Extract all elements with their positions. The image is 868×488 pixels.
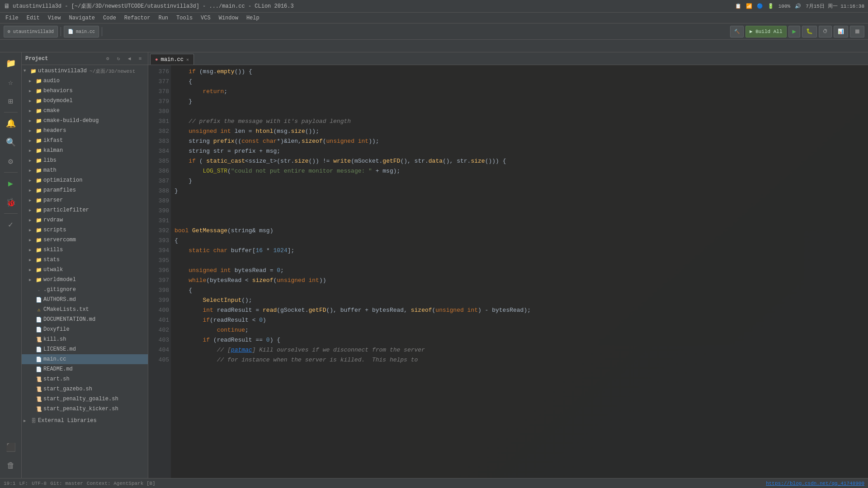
tree-start-kicker[interactable]: 📜 start_penalty_kicker.sh bbox=[22, 404, 148, 414]
menu-item-code[interactable]: Code bbox=[99, 14, 120, 22]
build-all-button[interactable]: ▶ Build All bbox=[745, 26, 787, 38]
headers-arrow: ▶ bbox=[29, 128, 34, 133]
menu-item-tools[interactable]: Tools bbox=[173, 14, 196, 22]
tree-cmake-build[interactable]: ▶ 📁 cmake-build-debug bbox=[22, 116, 148, 126]
tree-doxyfile[interactable]: 📄 Doxyfile bbox=[22, 324, 148, 334]
code-container[interactable]: 376 377 378 379 380 381 382 383 384 385 … bbox=[148, 65, 868, 478]
ikfast-label: ikfast bbox=[43, 137, 63, 144]
tree-servercomm[interactable]: ▶ 📁 servercomm bbox=[22, 235, 148, 245]
panel-sync-icon[interactable]: ↻ bbox=[114, 55, 123, 63]
status-link[interactable]: https://blog.csdn.net/qq_41748900 bbox=[766, 481, 864, 486]
menu-item-window[interactable]: Window bbox=[215, 14, 242, 22]
tree-worldmodel[interactable]: ▶ 📁 worldmodel bbox=[22, 275, 148, 285]
tree-external-libs[interactable]: ▶ 🗄 External Libraries bbox=[22, 416, 148, 426]
sidebar-terminal-icon[interactable]: ⬛ bbox=[2, 438, 20, 456]
code-content[interactable]: if (msg.empty()) { { return; } bbox=[171, 65, 868, 478]
tree-authors[interactable]: 📄 AUTHORS.md bbox=[22, 295, 148, 305]
tree-skills[interactable]: ▶ 📁 skills bbox=[22, 245, 148, 255]
tree-libs[interactable]: ▶ 📁 libs bbox=[22, 155, 148, 165]
tree-scripts[interactable]: ▶ 📁 scripts bbox=[22, 225, 148, 235]
tree-parser[interactable]: ▶ 📁 parser bbox=[22, 195, 148, 205]
menu-item-help[interactable]: Help bbox=[243, 14, 263, 22]
tree-utwalk[interactable]: ▶ 📁 utwalk bbox=[22, 265, 148, 275]
tab-main-cc[interactable]: ● main.cc ✕ bbox=[150, 54, 194, 65]
menu-item-edit[interactable]: Edit bbox=[23, 14, 43, 22]
tab-close-icon[interactable]: ✕ bbox=[186, 57, 189, 62]
start-icon: 📜 bbox=[35, 376, 42, 382]
sidebar-structure-icon[interactable]: ⊞ bbox=[2, 92, 20, 110]
tree-paramfiles[interactable]: ▶ 📁 paramfiles bbox=[22, 185, 148, 195]
tree-bodymodel[interactable]: ▶ 📁 bodymodel bbox=[22, 96, 148, 106]
tree-cmake[interactable]: ▶ 📁 cmake bbox=[22, 106, 148, 116]
cmake-build-folder-icon: 📁 bbox=[35, 118, 42, 124]
libs-arrow: ▶ bbox=[29, 158, 34, 163]
menu-item-vcs[interactable]: VCS bbox=[197, 14, 214, 22]
sidebar-cmake-icon[interactable]: ⚙ bbox=[2, 152, 20, 170]
menu-item-navigate[interactable]: Navigate bbox=[65, 14, 99, 22]
menu-item-view[interactable]: View bbox=[44, 14, 65, 22]
tree-stats[interactable]: ▶ 📁 stats bbox=[22, 255, 148, 265]
code-line-394: static char buffer[16 * 1024]; bbox=[175, 246, 864, 256]
start-goalie-label: start_penalty_goalie.sh bbox=[43, 396, 118, 402]
toolbar-file-btn[interactable]: 📄 main.cc bbox=[64, 26, 99, 38]
kalman-label: kalman bbox=[43, 147, 63, 154]
math-arrow: ▶ bbox=[29, 168, 34, 173]
code-line-387: } bbox=[175, 176, 864, 186]
tree-ikfast[interactable]: ▶ 📁 ikfast bbox=[22, 136, 148, 145]
ext-libs-label: External Libraries bbox=[38, 418, 97, 424]
run-button[interactable]: ▶ bbox=[788, 26, 800, 38]
tree-readme[interactable]: 📄 README.md bbox=[22, 364, 148, 374]
profile-button[interactable]: ⏱ bbox=[819, 26, 832, 38]
code-line-385: if ( static_cast<ssize_t>(str.size()) !=… bbox=[175, 156, 864, 166]
title-left: 🖥 utaustinvilla3d - [~/桌面/3D/newestUTCOD… bbox=[4, 2, 294, 10]
menu-item-refactor[interactable]: Refactor bbox=[121, 14, 154, 22]
sidebar-todo-icon[interactable]: ✓ bbox=[2, 216, 20, 234]
tree-behaviors[interactable]: ▶ 📁 behaviors bbox=[22, 86, 148, 96]
utwalk-folder-icon: 📁 bbox=[35, 267, 42, 273]
tree-kill[interactable]: 📜 kill.sh bbox=[22, 334, 148, 344]
start-kicker-icon: 📜 bbox=[35, 406, 42, 412]
tree-math[interactable]: ▶ 📁 math bbox=[22, 165, 148, 175]
tree-particlefilter[interactable]: ▶ 📁 particlefilter bbox=[22, 205, 148, 215]
code-line-388: } bbox=[175, 186, 864, 196]
tree-gitignore[interactable]: . .gitignore bbox=[22, 285, 148, 295]
tree-main-cc[interactable]: 📄 main.cc bbox=[22, 354, 148, 364]
panel-collapse-icon[interactable]: ◀ bbox=[125, 55, 133, 63]
sidebar-debug-icon[interactable]: 🐞 bbox=[2, 193, 20, 211]
libs-label: libs bbox=[43, 157, 57, 164]
tree-optimization[interactable]: ▶ 📁 optimization bbox=[22, 175, 148, 185]
tree-root[interactable]: ▼ 📁 utaustinvilla3d ~/桌面/3D/newest bbox=[22, 66, 148, 76]
tree-docs[interactable]: 📄 DOCUMENTATION.md bbox=[22, 314, 148, 324]
tree-license[interactable]: 📄 LICENSE.md bbox=[22, 344, 148, 354]
sidebar-favorites-icon[interactable]: ☆ bbox=[2, 73, 20, 91]
code-line-397: while(bytesRead < sizeof(unsigned int)) bbox=[175, 276, 864, 286]
rvdraw-label: rvdraw bbox=[43, 217, 63, 223]
sidebar-run-icon[interactable]: ▶ bbox=[2, 174, 20, 192]
audio-folder-icon: 📁 bbox=[35, 78, 42, 84]
tree-kalman[interactable]: ▶ 📁 kalman bbox=[22, 145, 148, 155]
menu-item-file[interactable]: File bbox=[2, 14, 22, 22]
sidebar-notifications-icon[interactable]: 🔔 bbox=[2, 114, 20, 132]
sidebar-search-icon[interactable]: 🔍 bbox=[2, 133, 20, 151]
panel-settings-icon[interactable]: ≡ bbox=[136, 55, 144, 63]
tree-cmakelists[interactable]: ⚠ CMakeLists.txt bbox=[22, 305, 148, 314]
toolbar-project-btn[interactable]: ⚙ utaustinvilla3d bbox=[4, 26, 58, 38]
skills-arrow: ▶ bbox=[29, 248, 34, 253]
sidebar-project-icon[interactable]: 📁 bbox=[2, 54, 20, 72]
debug-button[interactable]: 🐛 bbox=[802, 26, 817, 38]
tree-audio[interactable]: ▶ 📁 audio bbox=[22, 76, 148, 86]
tree-headers[interactable]: ▶ 📁 headers bbox=[22, 126, 148, 136]
tree-rvdraw[interactable]: ▶ 📁 rvdraw bbox=[22, 215, 148, 225]
project-tree: ▼ 📁 utaustinvilla3d ~/桌面/3D/newest ▶ 📁 a… bbox=[22, 65, 148, 478]
paramfiles-label: paramfiles bbox=[43, 187, 76, 193]
tree-start-goalie[interactable]: 📜 start_penalty_goalie.sh bbox=[22, 394, 148, 404]
tree-start-gazebo[interactable]: 📜 start_gazebo.sh bbox=[22, 384, 148, 394]
stop-button[interactable]: ⏹ bbox=[850, 26, 864, 38]
panel-gear-icon[interactable]: ⚙ bbox=[104, 55, 112, 63]
toolbar-build-icon[interactable]: 🔨 bbox=[730, 26, 744, 38]
paramfiles-arrow: ▶ bbox=[29, 188, 34, 193]
coverage-button[interactable]: 📊 bbox=[834, 26, 848, 38]
sidebar-trash-icon[interactable]: 🗑 bbox=[2, 456, 20, 474]
menu-item-run[interactable]: Run bbox=[155, 14, 172, 22]
tree-start[interactable]: 📜 start.sh bbox=[22, 374, 148, 384]
